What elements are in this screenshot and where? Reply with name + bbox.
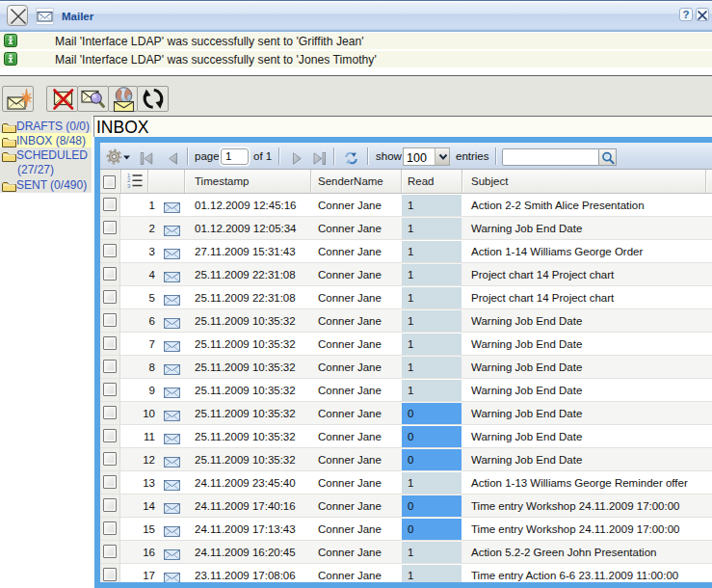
svg-text:3: 3 [127,182,131,188]
